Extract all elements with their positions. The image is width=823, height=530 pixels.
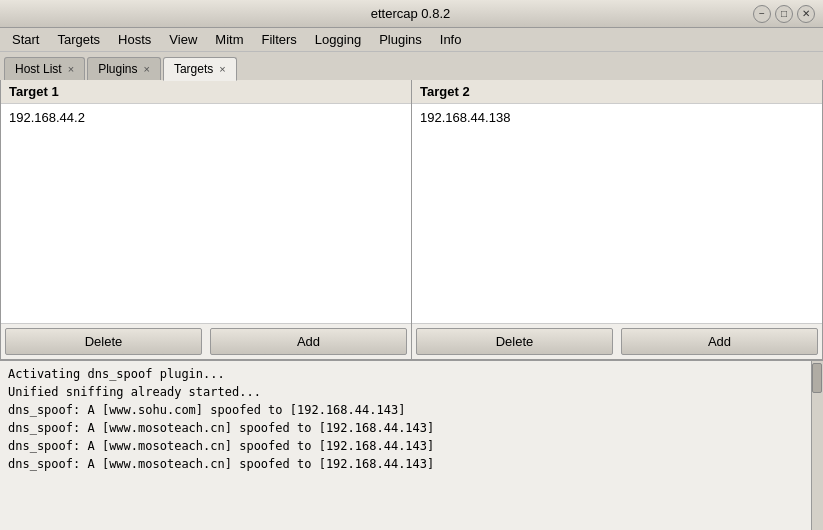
target2-item-0: 192.168.44.138 xyxy=(416,108,818,127)
log-line-1: Unified sniffing already started... xyxy=(8,383,815,401)
tab-bar: Host List × Plugins × Targets × xyxy=(0,52,823,80)
window-controls: − □ ✕ xyxy=(753,5,815,23)
target1-buttons: Delete Add xyxy=(1,323,411,359)
menu-bar: Start Targets Hosts View Mitm Filters Lo… xyxy=(0,28,823,52)
minimize-button[interactable]: − xyxy=(753,5,771,23)
target1-delete-button[interactable]: Delete xyxy=(5,328,202,355)
maximize-button[interactable]: □ xyxy=(775,5,793,23)
target2-list: 192.168.44.138 xyxy=(412,104,822,323)
target2-buttons: Delete Add xyxy=(412,323,822,359)
menu-plugins[interactable]: Plugins xyxy=(371,30,430,49)
menu-filters[interactable]: Filters xyxy=(253,30,304,49)
menu-targets[interactable]: Targets xyxy=(49,30,108,49)
log-line-3: dns_spoof: A [www.mosoteach.cn] spoofed … xyxy=(8,419,815,437)
tab-host-list-label: Host List xyxy=(15,62,62,76)
tab-plugins[interactable]: Plugins × xyxy=(87,57,161,80)
menu-logging[interactable]: Logging xyxy=(307,30,369,49)
tab-targets-label: Targets xyxy=(174,62,213,76)
tab-host-list-close[interactable]: × xyxy=(68,63,74,75)
window-title: ettercap 0.8.2 xyxy=(68,6,753,21)
main-area: Target 1 192.168.44.2 Delete Add Target … xyxy=(0,80,823,360)
title-bar: ettercap 0.8.2 − □ ✕ xyxy=(0,0,823,28)
target1-pane: Target 1 192.168.44.2 Delete Add xyxy=(1,80,412,359)
tab-targets-close[interactable]: × xyxy=(219,63,225,75)
target1-add-button[interactable]: Add xyxy=(210,328,407,355)
log-area: Activating dns_spoof plugin... Unified s… xyxy=(0,360,823,530)
menu-view[interactable]: View xyxy=(161,30,205,49)
menu-info[interactable]: Info xyxy=(432,30,470,49)
log-line-5: dns_spoof: A [www.mosoteach.cn] spoofed … xyxy=(8,455,815,473)
log-line-0: Activating dns_spoof plugin... xyxy=(8,365,815,383)
menu-hosts[interactable]: Hosts xyxy=(110,30,159,49)
close-button[interactable]: ✕ xyxy=(797,5,815,23)
target2-pane: Target 2 192.168.44.138 Delete Add xyxy=(412,80,822,359)
target1-list: 192.168.44.2 xyxy=(1,104,411,323)
target1-item-0: 192.168.44.2 xyxy=(5,108,407,127)
scrollbar-track[interactable] xyxy=(811,361,823,530)
target2-add-button[interactable]: Add xyxy=(621,328,818,355)
log-line-2: dns_spoof: A [www.sohu.com] spoofed to [… xyxy=(8,401,815,419)
tab-plugins-label: Plugins xyxy=(98,62,137,76)
target2-header: Target 2 xyxy=(412,80,822,104)
log-line-4: dns_spoof: A [www.mosoteach.cn] spoofed … xyxy=(8,437,815,455)
targets-container: Target 1 192.168.44.2 Delete Add Target … xyxy=(1,80,822,359)
tab-host-list[interactable]: Host List × xyxy=(4,57,85,80)
menu-mitm[interactable]: Mitm xyxy=(207,30,251,49)
tab-targets[interactable]: Targets × xyxy=(163,57,237,81)
menu-start[interactable]: Start xyxy=(4,30,47,49)
target1-header: Target 1 xyxy=(1,80,411,104)
target2-delete-button[interactable]: Delete xyxy=(416,328,613,355)
content-wrapper: Target 1 192.168.44.2 Delete Add Target … xyxy=(0,80,823,530)
scrollbar-thumb[interactable] xyxy=(812,363,822,393)
tab-plugins-close[interactable]: × xyxy=(143,63,149,75)
